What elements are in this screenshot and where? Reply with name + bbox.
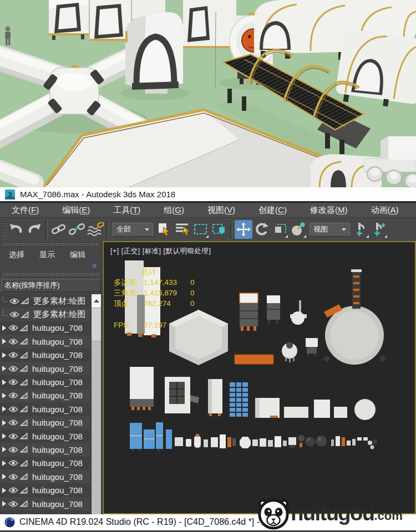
select-and-move-button[interactable]: [235, 220, 252, 239]
model-small-parts[interactable]: [175, 434, 377, 449]
menu-item[interactable]: 工具(T): [102, 205, 152, 216]
expand-arrow-icon[interactable]: [2, 339, 6, 344]
model-tower-b[interactable]: [267, 295, 280, 324]
menu-item[interactable]: 图形: [410, 205, 416, 216]
undo-button[interactable]: [7, 220, 25, 239]
expand-arrow-icon[interactable]: [2, 501, 6, 507]
model-crate[interactable]: [306, 338, 318, 356]
angle-snap-toggle-button[interactable]: [371, 220, 388, 239]
select-and-manipulate-button[interactable]: [290, 220, 307, 239]
model-solar-panels[interactable]: [130, 422, 172, 451]
renderable-icon[interactable]: [19, 487, 28, 494]
renderable-icon[interactable]: [21, 311, 29, 319]
list-item[interactable]: 更多素材:绘图: [0, 294, 90, 308]
expand-arrow-icon[interactable]: [2, 447, 6, 452]
visibility-eye-icon[interactable]: [8, 419, 18, 426]
list-item[interactable]: huitugou_708: [0, 416, 90, 429]
list-item[interactable]: huitugou_708: [0, 443, 90, 456]
renderable-icon[interactable]: [19, 405, 28, 413]
renderable-icon[interactable]: [19, 432, 28, 440]
bind-to-space-warp-button[interactable]: [87, 220, 104, 239]
visibility-eye-icon[interactable]: [8, 473, 18, 480]
list-scrollbar[interactable]: [91, 294, 101, 514]
visibility-eye-icon[interactable]: [8, 487, 18, 494]
model-slab-1[interactable]: [255, 398, 280, 418]
list-item[interactable]: huitugou_708: [0, 389, 90, 402]
model-slab-3[interactable]: [314, 400, 330, 418]
renderable-icon[interactable]: [19, 337, 28, 345]
visibility-eye-icon[interactable]: [8, 406, 18, 413]
tab-edit[interactable]: 编辑: [70, 250, 85, 260]
list-item[interactable]: 更多素材:绘图: [0, 308, 90, 321]
menu-item[interactable]: 修改器(M): [298, 205, 359, 216]
menu-item[interactable]: 动画(A): [359, 205, 410, 216]
visibility-eye-icon[interactable]: [8, 378, 18, 386]
visibility-eye-icon[interactable]: [8, 500, 18, 508]
menu-item[interactable]: 组(G): [152, 205, 196, 216]
expand-arrow-icon[interactable]: [2, 393, 6, 398]
reference-coordinate-dropdown[interactable]: 视图: [310, 223, 350, 237]
select-by-name-button[interactable]: [174, 220, 191, 239]
model-dark-spheres[interactable]: [305, 436, 327, 447]
renderable-icon[interactable]: [19, 378, 28, 386]
toolbar-drag-handle[interactable]: [1, 219, 6, 239]
model-pump-unit[interactable]: [290, 300, 307, 325]
expand-arrow-icon[interactable]: [2, 352, 6, 358]
list-item[interactable]: huitugou_708: [0, 470, 90, 483]
visibility-eye-icon[interactable]: [9, 298, 19, 305]
renderable-icon[interactable]: [19, 446, 28, 453]
renderable-icon[interactable]: [19, 473, 28, 480]
visibility-eye-icon[interactable]: [8, 365, 18, 372]
tab-select[interactable]: 选择: [9, 250, 24, 260]
model-disc-small[interactable]: [354, 399, 376, 420]
expand-arrow-icon[interactable]: [2, 474, 6, 479]
rectangular-selection-region-button[interactable]: [192, 220, 210, 239]
expand-arrow-icon[interactable]: [2, 433, 6, 439]
renderable-icon[interactable]: [19, 459, 28, 467]
renderable-icon[interactable]: [19, 351, 28, 359]
renderable-icon[interactable]: [19, 513, 28, 514]
renderable-icon[interactable]: [21, 297, 29, 305]
select-and-scale-button[interactable]: [271, 220, 289, 239]
visibility-eye-icon[interactable]: [8, 392, 18, 399]
model-grid-box[interactable]: [165, 377, 199, 413]
scroll-up-button[interactable]: [92, 294, 101, 308]
model-orange-bar[interactable]: [235, 355, 273, 364]
renderable-icon[interactable]: [19, 500, 28, 508]
list-item[interactable]: huitugou_708: [0, 349, 90, 362]
expand-arrow-icon[interactable]: [2, 380, 6, 385]
visibility-eye-icon[interactable]: [8, 324, 18, 331]
name-column-header[interactable]: 名称(按降序排序): [1, 279, 101, 292]
list-item[interactable]: huitugou_708: [0, 483, 90, 497]
visibility-eye-icon[interactable]: [8, 446, 18, 453]
model-warehouse-box[interactable]: [130, 367, 154, 410]
model-slab-4[interactable]: [334, 407, 347, 418]
model-ladder-tower[interactable]: [351, 269, 362, 309]
link-button[interactable]: [50, 220, 68, 239]
list-item[interactable]: huitugou_708: [0, 321, 90, 335]
visibility-eye-icon[interactable]: [8, 514, 18, 514]
visibility-eye-icon[interactable]: [8, 459, 18, 467]
renderable-icon[interactable]: [19, 324, 28, 332]
expand-arrow-icon[interactable]: [2, 420, 6, 426]
menu-item[interactable]: 文件(F): [0, 205, 50, 216]
viewport-canvas[interactable]: [+] [正交] [标准] [默认明暗处理] 总计 多边形: 1,147,433…: [103, 241, 416, 514]
list-item[interactable]: huitugou_708: [0, 335, 90, 348]
model-small-box[interactable]: [208, 379, 222, 416]
menu-item[interactable]: 创建(C): [247, 205, 298, 216]
visibility-eye-icon[interactable]: [9, 311, 19, 318]
list-item[interactable]: huitugou_708: [0, 402, 90, 416]
tabs-overflow-chevron[interactable]: »: [0, 260, 102, 271]
list-item[interactable]: huitugou_708: [0, 375, 90, 388]
visibility-eye-icon[interactable]: [8, 433, 18, 440]
tab-display[interactable]: 显示: [39, 250, 55, 260]
expand-arrow-icon[interactable]: [2, 488, 6, 493]
model-sphere-tank[interactable]: [282, 342, 297, 362]
expand-arrow-icon[interactable]: [2, 366, 6, 371]
expand-arrow-icon[interactable]: [2, 461, 6, 466]
renderable-icon[interactable]: [19, 392, 28, 400]
renderable-icon[interactable]: [19, 365, 28, 372]
list-item[interactable]: huitugou_708: [0, 429, 90, 443]
renderable-icon[interactable]: [19, 419, 28, 427]
list-item[interactable]: huitugou_708: [0, 362, 90, 375]
